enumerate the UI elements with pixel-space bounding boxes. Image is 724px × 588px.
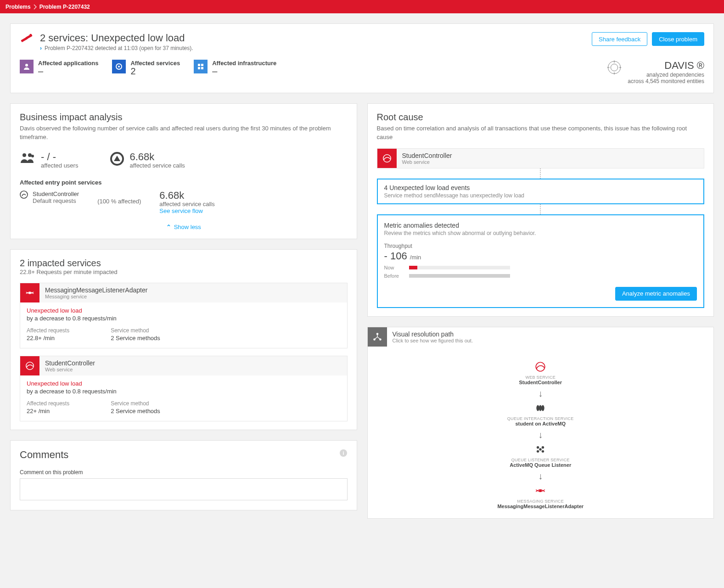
- show-less-toggle[interactable]: Show less: [20, 224, 348, 230]
- root-cause-panel: Root cause Based on time correlation and…: [367, 103, 714, 317]
- now-bar: [409, 266, 510, 269]
- rc-service-type: Web service: [402, 159, 452, 165]
- metric-anomalies-box: Metric anomalies detected Review the met…: [377, 214, 705, 308]
- service-method-label: Service method: [111, 400, 160, 407]
- flow-node[interactable]: MESSAGING SERVICE MessagingMessageListen…: [497, 484, 584, 509]
- affected-apps-value: –: [38, 67, 98, 76]
- page-title: 2 services: Unexpected low load: [40, 32, 193, 44]
- svg-point-18: [31, 155, 34, 157]
- rc-service-name: StudentController: [402, 152, 452, 159]
- anomalies-title: Metric anomalies detected: [384, 222, 697, 229]
- flow-node-category: QUEUE LISTENER SERVICE: [510, 458, 571, 462]
- svg-point-16: [22, 153, 26, 157]
- entry-points-heading: Affected entry point services: [20, 179, 348, 186]
- svg-point-5: [118, 66, 120, 67]
- flow-node-category: WEB SERVICE: [519, 375, 562, 380]
- service-alert: Unexpected low load: [27, 380, 341, 387]
- share-feedback-button[interactable]: Share feedback: [592, 32, 647, 46]
- svg-point-35: [537, 450, 539, 452]
- service-method-value: 2 Service methods: [111, 335, 160, 342]
- chevron-right-icon: ›: [40, 45, 42, 51]
- service-name: StudentController: [45, 359, 95, 367]
- root-cause-service[interactable]: StudentController Web service: [377, 148, 705, 168]
- impacted-sub: 22.8+ Requests per minute impacted: [20, 269, 348, 275]
- analyze-anomalies-button[interactable]: Analyze metric anomalies: [615, 287, 697, 301]
- chevron-right-icon: [34, 4, 37, 10]
- entry-pct: (100 % affected): [97, 198, 141, 205]
- svg-point-34: [542, 446, 544, 448]
- service-method-label: Service method: [111, 327, 160, 334]
- svg-point-37: [539, 448, 542, 450]
- davis-sub1: analyzed dependencies: [628, 72, 704, 78]
- entry-calls-label: affected service calls: [159, 201, 214, 207]
- bia-title: Business impact analysis: [20, 112, 348, 123]
- rc-events-title: 4 Unexpected low load events: [384, 184, 697, 191]
- vrp-title: Visual resolution path: [393, 330, 473, 338]
- affected-requests-value: 22.8+ /min: [27, 335, 69, 342]
- business-impact-panel: Business impact analysis Davis observed …: [10, 103, 357, 239]
- svg-point-38: [539, 490, 541, 492]
- service-alert-detail: by a decrease to 0.8 requests/min: [27, 388, 341, 395]
- flow-node-name: ActiveMQ Queue Listener: [510, 462, 571, 468]
- impacted-service-card[interactable]: MessagingMessageListenerAdapter Messagin…: [20, 283, 348, 348]
- svg-point-2: [29, 34, 32, 36]
- arrow-down-icon: ↓: [538, 430, 543, 439]
- affected-infra-value: –: [212, 67, 276, 76]
- flow-node-category: MESSAGING SERVICE: [497, 499, 584, 504]
- page-subtitle: ›Problem P-2207432 detected at 11:03 (op…: [40, 45, 193, 51]
- svg-point-3: [25, 64, 28, 67]
- before-bar: [409, 274, 510, 278]
- info-icon[interactable]: i: [339, 449, 348, 459]
- service-calls-icon: [110, 152, 124, 167]
- service-method-value: 2 Service methods: [111, 408, 160, 414]
- affected-calls-label: affected service calls: [129, 162, 185, 169]
- davis-title: DAVIS ®: [628, 60, 704, 72]
- service-alert: Unexpected low load: [27, 307, 341, 314]
- service-name: MessagingMessageListenerAdapter: [45, 286, 147, 294]
- messaging-service-icon: [20, 283, 39, 302]
- bia-desc: Davis observed the following number of s…: [20, 124, 348, 142]
- svg-text:i: i: [342, 450, 344, 456]
- flow-node[interactable]: QUEUE INTERACTION SERVICE student on Act…: [507, 402, 574, 426]
- affected-calls-value: 6.68k: [129, 152, 185, 162]
- root-cause-title: Root cause: [377, 112, 705, 123]
- service-icon: [20, 190, 28, 200]
- root-cause-events-box[interactable]: 4 Unexpected low load events Service met…: [377, 179, 705, 204]
- vrp-sub: Click to see how we figured this out.: [393, 338, 473, 343]
- web-service-icon: [377, 149, 397, 168]
- svg-point-36: [542, 450, 544, 452]
- flow-node[interactable]: QUEUE LISTENER SERVICE ActiveMQ Queue Li…: [510, 443, 571, 468]
- affected-requests-label: Affected requests: [27, 400, 69, 407]
- comment-input[interactable]: [20, 478, 348, 500]
- arrow-down-icon: ↓: [538, 389, 543, 398]
- davis-icon: [606, 60, 622, 77]
- impacted-service-card[interactable]: StudentController Web service Unexpected…: [20, 356, 348, 421]
- svg-rect-8: [198, 67, 200, 69]
- web-service-icon: [20, 356, 39, 375]
- svg-rect-9: [201, 67, 203, 69]
- see-service-flow-link[interactable]: See service flow: [159, 207, 214, 214]
- breadcrumb-root[interactable]: Problems: [6, 4, 31, 10]
- svg-point-21: [29, 292, 31, 294]
- affected-apps-label: Affected applications: [38, 60, 98, 67]
- comments-title: Comments: [20, 449, 348, 461]
- flow-node-name: MessagingMessageListenerAdapter: [497, 504, 584, 509]
- svg-rect-7: [201, 64, 203, 66]
- flow-node[interactable]: WEB SERVICE StudentController: [519, 360, 562, 385]
- vrp-header[interactable]: Visual resolution path Click to see how …: [368, 327, 714, 347]
- comment-label: Comment on this problem: [20, 469, 348, 476]
- impacted-title: 2 impacted services: [20, 258, 348, 269]
- service-type: Messaging service: [45, 294, 147, 299]
- affected-services-label: Affected services: [130, 60, 180, 67]
- davis-sub2: across 4,545 monitored entities: [628, 78, 704, 84]
- before-label: Before: [384, 273, 404, 279]
- infrastructure-icon: [194, 60, 208, 73]
- problem-icon: [20, 32, 34, 47]
- close-problem-button[interactable]: Close problem: [652, 32, 704, 46]
- entry-service-name[interactable]: StudentController: [33, 190, 79, 197]
- affected-requests-value: 22+ /min: [27, 408, 69, 414]
- services-icon: [112, 60, 126, 73]
- root-cause-desc: Based on time correlation and analysis o…: [377, 124, 705, 142]
- now-label: Now: [384, 265, 404, 270]
- svg-point-32: [541, 405, 544, 411]
